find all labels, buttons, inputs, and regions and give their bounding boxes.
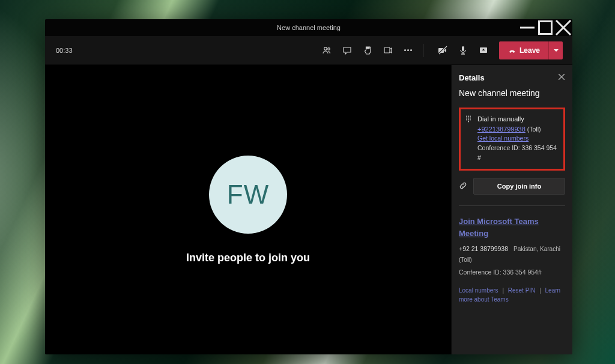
reset-pin-link[interactable]: Reset PIN xyxy=(508,287,536,294)
app-body: FW Invite people to join you Details New… xyxy=(45,65,572,354)
meeting-name: New channel meeting xyxy=(459,88,565,98)
meeting-stage: FW Invite people to join you xyxy=(45,65,451,354)
svg-point-16 xyxy=(468,116,469,117)
media-icons xyxy=(438,46,488,55)
meeting-toolbar: 00:33 xyxy=(45,36,572,65)
join-info-block: Join Microsoft Teams Meeting +92 21 3879… xyxy=(459,216,565,305)
footer-links: Local numbers | Reset PIN | Learn more a… xyxy=(459,286,565,304)
minimize-button[interactable] xyxy=(518,19,536,36)
avatar-initials: FW xyxy=(227,180,269,210)
svg-point-21 xyxy=(466,120,467,121)
avatar: FW xyxy=(209,156,287,234)
svg-point-4 xyxy=(324,47,327,50)
dial-in-phone-link[interactable]: +922138799938 xyxy=(477,126,526,133)
details-panel: Details New channel meeting Dial in man xyxy=(451,65,572,354)
panel-close-icon[interactable] xyxy=(558,73,565,82)
join-conference-id: Conference ID: 336 354 954# xyxy=(459,267,565,278)
rooms-icon[interactable] xyxy=(383,46,393,55)
leave-dropdown[interactable] xyxy=(548,41,563,59)
titlebar: New channel meeting xyxy=(45,19,572,36)
svg-point-24 xyxy=(468,121,469,123)
window-title: New channel meeting xyxy=(277,24,341,31)
svg-point-23 xyxy=(470,120,471,121)
dialpad-icon xyxy=(465,114,473,163)
reactions-icon[interactable] xyxy=(363,46,372,55)
copy-join-info-button[interactable]: Copy join info xyxy=(473,178,565,195)
join-phone: +92 21 38799938 xyxy=(459,245,508,252)
svg-rect-6 xyxy=(384,47,390,53)
svg-point-5 xyxy=(328,47,330,50)
close-button[interactable] xyxy=(554,19,572,36)
maximize-button[interactable] xyxy=(536,19,554,36)
invite-text: Invite people to join you xyxy=(186,252,310,264)
leave-main[interactable]: Leave xyxy=(499,41,548,59)
people-icon[interactable] xyxy=(322,46,332,55)
window-controls xyxy=(518,19,572,36)
share-icon[interactable] xyxy=(479,46,488,55)
join-teams-link[interactable]: Join Microsoft Teams Meeting xyxy=(459,216,565,241)
get-local-numbers-link[interactable]: Get local numbers xyxy=(477,134,559,144)
link-icon xyxy=(459,181,468,191)
toolbar-divider xyxy=(423,44,423,57)
separator xyxy=(459,205,565,206)
local-numbers-link[interactable]: Local numbers xyxy=(459,287,498,294)
dial-in-box: Dial in manually +922138799938 (Toll) Ge… xyxy=(459,108,565,171)
more-icon[interactable] xyxy=(404,46,413,55)
svg-point-15 xyxy=(466,116,467,117)
chat-icon[interactable] xyxy=(342,46,352,55)
app-window: New channel meeting 00:33 xyxy=(45,19,572,354)
conference-id: Conference ID: 336 354 954 # xyxy=(477,144,559,163)
mic-icon[interactable] xyxy=(458,46,468,55)
call-timer: 00:33 xyxy=(56,47,73,54)
svg-rect-9 xyxy=(462,46,464,51)
svg-rect-1 xyxy=(539,22,552,34)
leave-label: Leave xyxy=(520,46,540,55)
leave-button[interactable]: Leave xyxy=(499,41,563,59)
toll-suffix: (Toll) xyxy=(526,126,541,133)
panel-title: Details xyxy=(459,73,485,82)
svg-point-17 xyxy=(470,116,471,117)
svg-point-18 xyxy=(466,118,467,119)
svg-point-22 xyxy=(468,120,469,121)
svg-point-20 xyxy=(470,118,471,119)
svg-point-19 xyxy=(468,118,469,119)
dial-in-heading: Dial in manually xyxy=(477,114,559,124)
camera-off-icon[interactable] xyxy=(438,46,447,55)
toolbar-icons xyxy=(322,46,413,55)
copy-join-label: Copy join info xyxy=(497,183,541,190)
